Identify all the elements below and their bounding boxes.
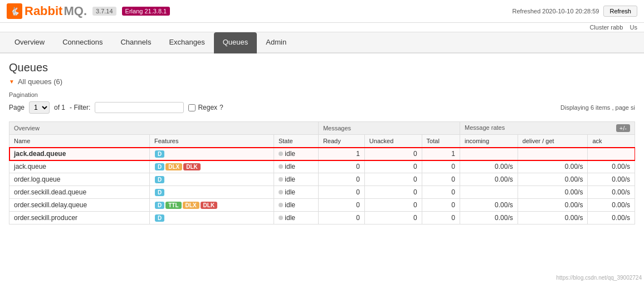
version-badge: 3.7.14 [92, 7, 116, 16]
queue-unacked: 0 [364, 199, 422, 212]
queue-total: 0 [422, 173, 460, 186]
cluster-bar: Cluster rabb Us [0, 23, 644, 32]
main-content: Queues ▼ All queues (6) Pagination Page … [0, 53, 644, 232]
col-total: Total [422, 135, 460, 148]
display-info: Displaying 6 items , page si [560, 104, 635, 111]
queue-name: jack.queue [9, 160, 150, 173]
regex-text: Regex [198, 104, 217, 111]
table-row[interactable]: order.seckill.dead.queueD idle0000.00/s0… [9, 186, 635, 199]
table-row[interactable]: jack.dead.queueD idle101 [9, 148, 635, 160]
feature-badge-ttl: TTL [165, 202, 181, 209]
queue-features: DTTLDLXDLK [150, 199, 274, 212]
queue-name: order.seckill.dead.queue [9, 186, 150, 199]
table-row[interactable]: jack.queueDDLXDLK idle0000.00/s0.00/s0.0… [9, 160, 635, 173]
plus-minus-button[interactable]: +/- [616, 124, 630, 132]
cluster-text: Cluster rabb [589, 24, 623, 31]
queue-name: jack.dead.queue [9, 148, 150, 160]
table-row[interactable]: order.seckill.producerD idle0000.00/s0.0… [9, 212, 635, 225]
state-dot [279, 152, 283, 156]
state-dot [279, 164, 283, 169]
feature-badge-dlx: DLX [165, 163, 182, 170]
feature-badge-d: D [155, 214, 164, 222]
group-overview: Overview [9, 122, 319, 135]
refresh-area: Refreshed 2020-10-10 20:28:59 Refresh [513, 6, 637, 17]
queue-total: 0 [422, 186, 460, 199]
table-row[interactable]: order.log.queueD idle0000.00/s0.00/s0.00… [9, 173, 635, 186]
col-state: State [274, 135, 318, 148]
queue-unacked: 0 [364, 160, 422, 173]
of-label: of 1 [54, 104, 65, 111]
section-header: ▼ All queues (6) [9, 77, 635, 86]
queue-ack: 0.00/s [588, 199, 635, 212]
queue-ready: 0 [318, 212, 364, 225]
queue-total: 0 [422, 212, 460, 225]
feature-badge-dlx: DLX [183, 202, 199, 209]
page-select[interactable]: 1 [29, 101, 50, 114]
nav-bar: Overview Connections Channels Exchanges … [0, 32, 644, 53]
erlang-badge: Erlang 21.3.8.1 [122, 7, 170, 16]
nav-overview[interactable]: Overview [6, 32, 53, 53]
state-dot [279, 190, 283, 194]
nav-channels[interactable]: Channels [111, 32, 160, 53]
queue-ready: 0 [318, 173, 364, 186]
refresh-button[interactable]: Refresh [603, 6, 637, 17]
queues-table: Overview Messages Message rates +/- Name… [9, 121, 635, 225]
queue-deliver-get: 0.00/s [518, 186, 588, 199]
group-header-row: Overview Messages Message rates +/- [9, 122, 635, 135]
feature-badge-dlk: DLK [183, 163, 201, 170]
col-deliver-get: deliver / get [518, 135, 588, 148]
queue-deliver-get: 0.00/s [518, 212, 588, 225]
queue-ready: 0 [318, 199, 364, 212]
group-messages: Messages [318, 122, 460, 135]
filter-label: - Filter: [70, 104, 90, 111]
nav-connections[interactable]: Connections [53, 32, 111, 53]
queue-features: DDLXDLK [150, 160, 274, 173]
regex-checkbox[interactable] [188, 104, 196, 111]
feature-badge-d: D [155, 176, 164, 183]
user-text: Us [630, 24, 637, 31]
column-header-row: Name Features State Ready Unacked Total … [9, 135, 635, 148]
queue-ready: 0 [318, 186, 364, 199]
logo-mq: MQ. [64, 4, 87, 18]
queue-incoming [460, 186, 518, 199]
nav-queues[interactable]: Queues [214, 32, 257, 53]
regex-label[interactable]: Regex ? [188, 104, 223, 111]
queue-incoming [460, 148, 518, 160]
filter-input[interactable] [95, 102, 184, 113]
queue-name: order.log.queue [9, 173, 150, 186]
queue-ack [588, 148, 635, 160]
table-row[interactable]: order.seckill.delay.queueDTTLDLXDLK idle… [9, 199, 635, 212]
group-message-rates: Message rates +/- [460, 122, 635, 135]
logo-text: Rabbit [25, 4, 62, 18]
refreshed-text: Refreshed 2020-10-10 20:28:59 [513, 8, 599, 14]
queue-ack: 0.00/s [588, 173, 635, 186]
queue-features: D [150, 148, 274, 160]
feature-badge-d: D [155, 189, 164, 196]
queue-unacked: 0 [364, 148, 422, 160]
col-features: Features [150, 135, 274, 148]
queue-ack: 0.00/s [588, 160, 635, 173]
queue-total: 0 [422, 160, 460, 173]
state-dot [279, 177, 283, 182]
triangle-icon: ▼ [9, 79, 14, 85]
queue-state: idle [274, 186, 318, 199]
feature-badge-dlk: DLK [201, 202, 218, 209]
queue-features: D [150, 212, 274, 225]
feature-badge-d: D [155, 150, 164, 158]
nav-exchanges[interactable]: Exchanges [160, 32, 213, 53]
queue-deliver-get: 0.00/s [518, 199, 588, 212]
table-wrapper: Overview Messages Message rates +/- Name… [9, 121, 635, 225]
queue-state: idle [274, 212, 318, 225]
col-incoming: incoming [460, 135, 518, 148]
feature-badge-d: D [155, 163, 164, 170]
queue-tbody: jack.dead.queueD idle101jack.queueDDLXDL… [9, 148, 635, 225]
queue-deliver-get [518, 148, 588, 160]
queue-state: idle [274, 173, 318, 186]
queue-ack: 0.00/s [588, 186, 635, 199]
queue-incoming: 0.00/s [460, 173, 518, 186]
queue-ready: 1 [318, 148, 364, 160]
rabbit-icon: 🐇 [7, 3, 22, 19]
question-mark: ? [219, 104, 223, 111]
section-label: All queues (6) [18, 77, 62, 86]
nav-admin[interactable]: Admin [257, 32, 295, 53]
